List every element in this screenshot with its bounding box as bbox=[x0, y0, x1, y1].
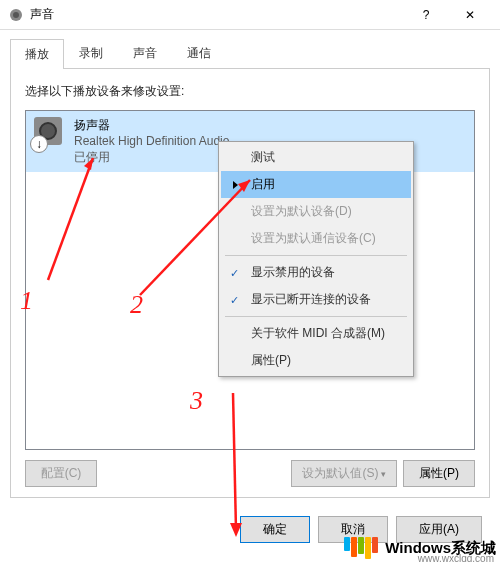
menu-item-show-disabled[interactable]: ✓显示禁用的设备 bbox=[221, 259, 411, 286]
instruction-text: 选择以下播放设备来修改设置: bbox=[25, 83, 475, 100]
tab-playback[interactable]: 播放 bbox=[10, 39, 64, 69]
tab-communications[interactable]: 通信 bbox=[172, 38, 226, 68]
window-title: 声音 bbox=[30, 6, 404, 23]
properties-button[interactable]: 属性(P) bbox=[403, 460, 475, 487]
menu-item-midi[interactable]: 关于软件 MIDI 合成器(M) bbox=[221, 320, 411, 347]
bottom-buttons: 配置(C) 设为默认值(S) 属性(P) bbox=[25, 460, 475, 487]
help-button[interactable]: ? bbox=[404, 1, 448, 29]
device-name: 扬声器 bbox=[74, 117, 466, 133]
menu-item-set-comm-default: 设置为默认通信设备(C) bbox=[221, 225, 411, 252]
menu-item-set-default: 设置为默认设备(D) bbox=[221, 198, 411, 225]
menu-item-show-disconnected[interactable]: ✓显示已断开连接的设备 bbox=[221, 286, 411, 313]
watermark-logo-icon bbox=[344, 537, 379, 559]
menu-item-enable[interactable]: 启用 bbox=[221, 171, 411, 198]
ok-button[interactable]: 确定 bbox=[240, 516, 310, 543]
watermark-url: www.wxclgg.com bbox=[418, 553, 494, 562]
device-list[interactable]: ↓ 扬声器 Realtek High Definition Audio 已停用 … bbox=[25, 110, 475, 450]
menu-item-test[interactable]: 测试 bbox=[221, 144, 411, 171]
tab-sounds[interactable]: 声音 bbox=[118, 38, 172, 68]
sound-icon bbox=[8, 7, 24, 23]
menu-item-properties[interactable]: 属性(P) bbox=[221, 347, 411, 374]
down-arrow-icon: ↓ bbox=[30, 135, 48, 153]
titlebar: 声音 ? ✕ bbox=[0, 0, 500, 30]
close-button[interactable]: ✕ bbox=[448, 1, 492, 29]
configure-button: 配置(C) bbox=[25, 460, 97, 487]
content-area: 播放 录制 声音 通信 选择以下播放设备来修改设置: ↓ 扬声器 Realtek… bbox=[0, 30, 500, 506]
menu-separator bbox=[225, 255, 407, 256]
svg-point-1 bbox=[13, 12, 19, 18]
check-icon: ✓ bbox=[230, 266, 239, 279]
tab-panel: 选择以下播放设备来修改设置: ↓ 扬声器 Realtek High Defini… bbox=[10, 69, 490, 498]
set-default-button: 设为默认值(S) bbox=[291, 460, 397, 487]
tab-recording[interactable]: 录制 bbox=[64, 38, 118, 68]
menu-separator bbox=[225, 316, 407, 317]
speaker-icon: ↓ bbox=[34, 117, 66, 149]
check-icon: ✓ bbox=[230, 293, 239, 306]
tabs: 播放 录制 声音 通信 bbox=[10, 38, 490, 69]
context-menu: 测试 启用 设置为默认设备(D) 设置为默认通信设备(C) ✓显示禁用的设备 ✓… bbox=[218, 141, 414, 377]
